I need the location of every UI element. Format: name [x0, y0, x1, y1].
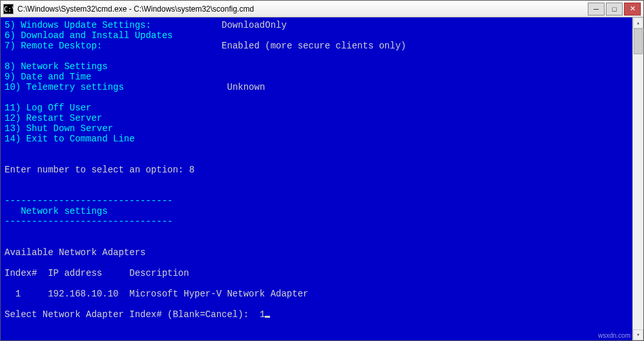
prompt-select-option-value: 8 — [189, 165, 194, 175]
menu-opt-5-value: DownloadOnly — [222, 20, 287, 30]
minimize-button[interactable]: ─ — [588, 3, 605, 16]
prompt-select-adapter-value: 1 — [260, 309, 265, 320]
titlebar[interactable]: C:\ C:\Windows\System32\cmd.exe - C:\Win… — [1, 1, 643, 17]
close-button[interactable]: ✕ — [624, 3, 641, 16]
adapters-header: Available Network Adapters — [5, 247, 145, 258]
client-area: 5) Windows Update Settings: DownloadOnly… — [1, 17, 643, 340]
maximize-button[interactable]: □ — [606, 3, 623, 16]
menu-opt-10-value: Unknown — [227, 82, 265, 92]
cmd-window: C:\ C:\Windows\System32\cmd.exe - C:\Win… — [0, 0, 644, 341]
menu-opt-7-value: Enabled (more secure clients only) — [222, 41, 406, 51]
adapters-row-1: 1 192.168.10.10 Microsoft Hyper-V Networ… — [5, 289, 308, 299]
menu-opt-14: 14) Exit to Command Line — [5, 134, 135, 144]
window-controls: ─ □ ✕ — [587, 3, 641, 16]
prompt-select-option: Enter number to select an option: — [5, 165, 189, 175]
cmd-icon: C:\ — [3, 4, 14, 14]
scroll-down-button[interactable]: ▾ — [633, 329, 643, 340]
menu-opt-6: 6) Download and Install Updates — [5, 30, 172, 41]
scroll-thumb[interactable] — [634, 28, 643, 54]
adapters-columns: Index# IP address Description — [5, 268, 189, 278]
menu-opt-12: 12) Restart Server — [5, 113, 102, 123]
window-title: C:\Windows\System32\cmd.exe - C:\Windows… — [17, 5, 587, 14]
prompt-select-adapter: Select Network Adapter Index# (Blank=Can… — [5, 309, 260, 320]
menu-opt-10: 10) Telemetry settings — [5, 82, 124, 92]
scroll-up-button[interactable]: ▴ — [633, 17, 643, 28]
menu-opt-13: 13) Shut Down Server — [5, 123, 113, 134]
menu-opt-7: 7) Remote Desktop: — [5, 41, 102, 51]
menu-opt-9: 9) Date and Time — [5, 72, 91, 82]
section-title: Network settings — [5, 206, 108, 216]
menu-opt-8: 8) Network Settings — [5, 61, 108, 72]
menu-opt-5: 5) Windows Update Settings: — [5, 20, 151, 30]
section-rule-bottom: ------------------------------- — [5, 216, 172, 227]
terminal-output[interactable]: 5) Windows Update Settings: DownloadOnly… — [1, 17, 632, 340]
menu-opt-11: 11) Log Off User — [5, 103, 91, 113]
scroll-track[interactable] — [633, 28, 643, 329]
watermark: wsxdn.com — [598, 332, 630, 339]
vertical-scrollbar[interactable]: ▴ ▾ — [632, 17, 643, 340]
cursor — [265, 316, 270, 318]
section-rule-top: ------------------------------- — [5, 196, 172, 206]
